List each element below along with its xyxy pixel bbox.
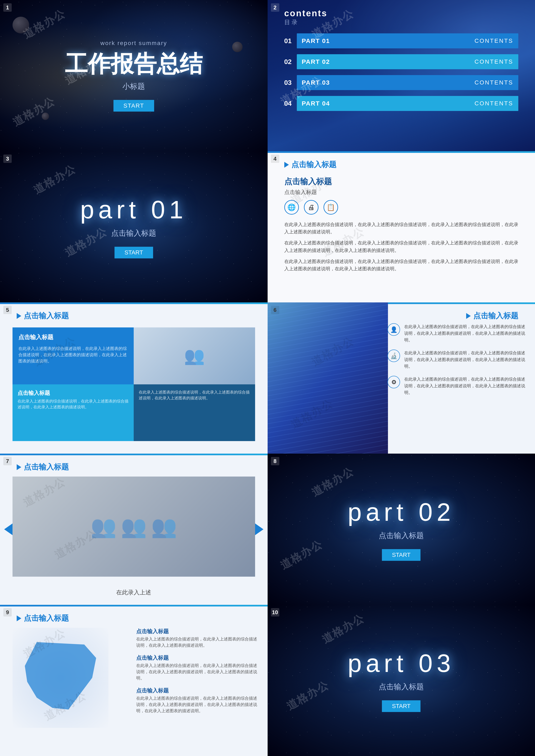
feature-row-2: 🔬 在此录入上述图表的综合描述说明，在此录入上述图表的综合描述说明，在此录入上述… <box>387 350 527 370</box>
start-button[interactable]: START <box>113 100 154 112</box>
start-button[interactable]: START <box>382 700 420 712</box>
slide-number: 2 <box>271 3 279 12</box>
card-bottom-right: 在此录入上述图表的综合描述说明，在此录入上述图表的综合描述说明，在此录入上述图表… <box>134 384 255 441</box>
card-body-1: 在此录入上述图表的综合描述说明，在此录入上述图表的综合描述说明，在此录入上述图表… <box>18 345 128 364</box>
page-title-text[interactable]: 点击输入标题 <box>291 159 336 170</box>
menu-num-3: 03 <box>284 79 297 87</box>
list-body-2: 在此录入上述图表的综合描述说明，在此录入上述图表的综合描述说明，在此录入上述图表… <box>136 662 259 681</box>
menu-contents-4: CONTENTS <box>474 100 513 107</box>
slide-3-content: part 01 点击输入标题 START <box>0 151 268 302</box>
slide-5: 5 点击输入标题 点击输入标题 在此录入上述图表的综合描述说明，在此录入上述图表… <box>0 302 268 454</box>
slide-4-content: 点击输入标题 点击输入标题 🌐 🖨 📋 在此录入上述图表的综合描述说明，在此录入… <box>284 176 523 294</box>
card-body-3: 在此录入上述图表的综合描述说明，在此录入上述图表的综合描述说明，在此录入上述图表… <box>139 389 250 401</box>
menu-bar-1: PART 01 CONTENTS <box>297 33 519 48</box>
top-accent-bar <box>0 454 268 455</box>
page-title-text[interactable]: 点击输入标题 <box>24 462 69 472</box>
slide-1-content: work report summary 工作报告总结 小标题 START <box>0 0 268 151</box>
menu-item-4[interactable]: 04 PART 04 CONTENTS <box>284 96 519 111</box>
card-title-2[interactable]: 点击输入标题 <box>17 389 129 397</box>
slide-6: 6 点击输入标题 👤 在此录入上述图表的综合描述说明，在此录入上述图表的综合描述… <box>268 302 535 454</box>
menu-bar-2: PART 02 CONTENTS <box>297 54 519 69</box>
page-title-area: 点击输入标题 <box>466 311 518 321</box>
content-subheader[interactable]: 点击输入标题 <box>284 188 523 196</box>
part-text: part 03 <box>348 649 455 678</box>
card-top-left: 点击输入标题 在此录入上述图表的综合描述说明，在此录入上述图表的综合描述说明，在… <box>13 327 134 384</box>
feature-text-1: 在此录入上述图表的综合描述说明，在此录入上述图表的综合描述说明，在此录入上述图表… <box>404 323 527 343</box>
part-text: part 02 <box>348 498 455 526</box>
arrow-icon <box>17 313 21 319</box>
part-text: part 01 <box>80 195 187 224</box>
people-icon: 👥 <box>184 346 205 366</box>
click-title[interactable]: 点击输入标题 <box>379 531 424 541</box>
menu-contents-2: CONTENTS <box>474 58 513 65</box>
content-header[interactable]: 点击输入标题 <box>284 176 523 187</box>
menu-item-2[interactable]: 02 PART 02 CONTENTS <box>284 54 519 69</box>
list-body-1: 在此录入上述图表的综合描述说明，在此录入上述图表的综合描述说明，在此录入上述图表… <box>136 636 259 648</box>
slide-10: 10 part 03 点击输入标题 START 道格办公 道格办公 <box>268 605 535 756</box>
page-title-text[interactable]: 点击输入标题 <box>473 311 518 321</box>
slide-1: 1 work report summary 工作报告总结 小标题 START 道… <box>0 0 268 151</box>
click-title[interactable]: 点击输入标题 <box>111 228 156 238</box>
main-title: 工作报告总结 <box>65 49 203 80</box>
slide-number: 5 <box>3 306 12 314</box>
china-map <box>13 628 108 728</box>
menu-contents-1: CONTENTS <box>474 38 513 44</box>
slide-number: 6 <box>271 306 279 314</box>
feature-icon-2: 🔬 <box>387 350 400 362</box>
card-top-right: 👥 <box>134 327 255 384</box>
menu-item-1[interactable]: 01 PART 01 CONTENTS <box>284 33 519 48</box>
menu-contents-3: CONTENTS <box>474 79 513 86</box>
list-title-1[interactable]: 点击输入标题 <box>136 628 259 635</box>
photo-caption: 在此录入上述 <box>0 589 268 597</box>
meeting-image: 👥 <box>134 327 255 384</box>
feature-icon-1: 👤 <box>387 323 400 336</box>
slide-6-right-content: 👤 在此录入上述图表的综合描述说明，在此录入上述图表的综合描述说明，在此录入上述… <box>387 323 527 396</box>
slide-3: 3 part 01 点击输入标题 START 道格办公 道格办公 <box>0 151 268 302</box>
feature-row-3: ⚙ 在此录入上述图表的综合描述说明，在此录入上述图表的综合描述说明，在此录入上述… <box>387 376 527 396</box>
china-map-area <box>13 628 108 728</box>
icon-doc: 📋 <box>324 200 338 214</box>
feature-icon-3: ⚙ <box>387 376 400 388</box>
list-item-2: 点击输入标题 在此录入上述图表的综合描述说明，在此录入上述图表的综合描述说明，在… <box>136 654 259 681</box>
menu-list: 01 PART 01 CONTENTS 02 PART 02 CONTENTS … <box>284 33 519 117</box>
menu-part-1: PART 01 <box>302 37 475 44</box>
body-text-2: 在此录入上述图表的综合描述说明，在此录入上述图表的综合描述说明，在此录入上述图表… <box>284 239 523 254</box>
icon-row: 🌐 🖨 📋 <box>284 200 523 214</box>
page-title-text[interactable]: 点击输入标题 <box>24 613 69 623</box>
slide-number: 4 <box>271 154 279 163</box>
menu-part-4: PART 04 <box>302 100 475 107</box>
slide-9-right-content: 点击输入标题 在此录入上述图表的综合描述说明，在此录入上述图表的综合描述说明，在… <box>136 628 259 714</box>
contents-title-chinese: 目 录 <box>284 18 327 26</box>
slide-number: 8 <box>271 457 279 465</box>
slide-8: 8 part 02 点击输入标题 START 道格办公 道格办公 <box>268 454 535 605</box>
slide-number: 3 <box>3 154 12 163</box>
sub-title: 小标题 <box>123 81 145 92</box>
building-image <box>268 302 388 454</box>
arrow-icon <box>17 464 21 470</box>
subtitle-english: work report summary <box>100 40 167 46</box>
nav-left-arrow[interactable] <box>4 523 13 535</box>
list-title-3[interactable]: 点击输入标题 <box>136 687 259 694</box>
body-text-3: 在此录入上述图表的综合描述说明，在此录入上述图表的综合描述说明，在此录入上述图表… <box>284 258 523 272</box>
slide-number: 10 <box>271 608 279 616</box>
feature-row-1: 👤 在此录入上述图表的综合描述说明，在此录入上述图表的综合描述说明，在此录入上述… <box>387 323 527 343</box>
page-title-area: 点击输入标题 <box>17 613 69 623</box>
start-button[interactable]: START <box>115 247 153 258</box>
card-title-1[interactable]: 点击输入标题 <box>18 333 128 341</box>
card-body-2: 在此录入上述图表的综合描述说明，在此录入上述图表的综合描述说明，在此录入上述图表… <box>17 398 129 410</box>
nav-right-arrow[interactable] <box>255 523 264 535</box>
page-title-area: 点击输入标题 <box>17 311 69 321</box>
start-button[interactable]: START <box>382 549 420 561</box>
page-title-text[interactable]: 点击输入标题 <box>24 311 69 321</box>
slide-number: 9 <box>3 608 12 616</box>
menu-num-2: 02 <box>284 58 297 66</box>
feature-text-3: 在此录入上述图表的综合描述说明，在此录入上述图表的综合描述说明，在此录入上述图表… <box>404 376 527 396</box>
menu-bar-4: PART 04 CONTENTS <box>297 96 519 111</box>
slide-2: 2 contents 目 录 01 PART 01 CONTENTS 02 PA… <box>268 0 535 151</box>
menu-num-1: 01 <box>284 37 297 45</box>
click-title[interactable]: 点击输入标题 <box>379 682 424 692</box>
menu-item-3[interactable]: 03 PART 03 CONTENTS <box>284 75 519 90</box>
slide-9: 9 点击输入标题 点击输入标题 在此录入上述图表的综合描述说明，在此录入上述图表… <box>0 605 268 756</box>
list-title-2[interactable]: 点击输入标题 <box>136 654 259 661</box>
arrow-icon <box>284 162 289 168</box>
